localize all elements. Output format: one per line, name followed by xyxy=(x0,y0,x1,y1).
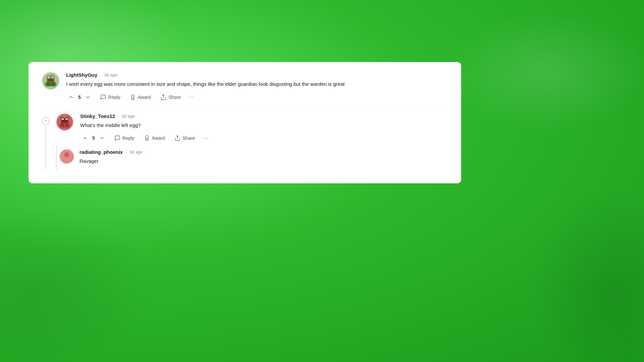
reply-icon-2 xyxy=(114,135,120,141)
reply-icon-1 xyxy=(100,94,106,100)
avatar-lightshyguy xyxy=(42,72,59,89)
comment-2-header: Stinky_Toes12 · 3d ago xyxy=(80,113,448,119)
svg-point-12 xyxy=(131,95,134,98)
comment-1: LightShyGuy · 3d ago I wish every egg wa… xyxy=(42,72,448,102)
svg-point-31 xyxy=(67,153,68,154)
share-button-1[interactable]: Share xyxy=(158,93,183,102)
award-icon-1 xyxy=(130,94,136,100)
comment-2-text: What's the middle left egg? xyxy=(80,122,448,129)
svg-rect-11 xyxy=(51,75,53,77)
comment-2-actions: 5 Reply xyxy=(80,134,448,142)
username-lightshyguy: LightShyGuy xyxy=(66,72,97,78)
comment-1-actions: 5 Reply Awa xyxy=(66,93,448,102)
avatar-stinky xyxy=(56,113,73,131)
comment-2: Stinky_Toes12 · 3d ago What's the middle… xyxy=(56,113,448,143)
comment-2-body: Stinky_Toes12 · 3d ago What's the middle… xyxy=(80,113,448,143)
svg-rect-17 xyxy=(66,118,68,120)
timestamp-2: 3d ago xyxy=(122,114,135,119)
downvote-button-1[interactable] xyxy=(83,93,93,102)
comment-1-body: LightShyGuy · 3d ago I wish every egg wa… xyxy=(66,72,448,102)
svg-rect-6 xyxy=(47,82,50,86)
award-label-1: Award xyxy=(138,95,151,100)
share-icon-2 xyxy=(174,135,180,141)
comment-1-text: I wish every egg was more consistent in … xyxy=(66,80,448,88)
reply-button-1[interactable]: Reply xyxy=(98,93,122,102)
collapse-side-2: − xyxy=(42,113,49,170)
downvote-icon-1 xyxy=(85,94,91,100)
svg-rect-18 xyxy=(62,121,67,122)
timestamp-1: 3d ago xyxy=(104,72,117,77)
svg-point-26 xyxy=(145,136,148,139)
comments-card: LightShyGuy · 3d ago I wish every egg wa… xyxy=(29,62,461,183)
reply-1-text: Ravager xyxy=(79,158,448,165)
svg-point-30 xyxy=(65,154,66,155)
username-stinky: Stinky_Toes12 xyxy=(80,113,115,119)
svg-point-32 xyxy=(63,158,70,163)
award-button-2[interactable]: Award xyxy=(142,134,167,142)
award-icon-2 xyxy=(144,135,150,141)
vote-count-2: 5 xyxy=(92,135,95,141)
svg-rect-25 xyxy=(63,115,66,117)
username-radiating: radiating_phoenix xyxy=(79,149,123,155)
award-label-2: Award xyxy=(152,135,165,141)
svg-rect-7 xyxy=(51,82,54,86)
svg-rect-20 xyxy=(61,123,64,127)
svg-rect-9 xyxy=(54,83,56,86)
reply-1: radiating_phoenix · 3d ago Ravager xyxy=(56,149,448,170)
reply-1-body: radiating_phoenix · 3d ago Ravager xyxy=(79,149,448,170)
timestamp-reply-1: 3d ago xyxy=(129,149,143,155)
upvote-icon-1 xyxy=(68,94,74,100)
reply-button-2[interactable]: Reply xyxy=(112,134,137,142)
avatar-radiating xyxy=(59,149,74,164)
vote-group-1: 5 xyxy=(66,93,93,102)
share-icon-1 xyxy=(160,94,166,100)
award-button-1[interactable]: Award xyxy=(128,93,153,102)
svg-rect-8 xyxy=(45,83,47,86)
collapse-button-2[interactable]: − xyxy=(42,117,49,125)
share-label-2: Share xyxy=(182,135,195,141)
comment-2-section: − xyxy=(42,110,448,170)
reply-label-2: Reply xyxy=(122,135,135,141)
svg-rect-4 xyxy=(48,79,53,81)
svg-rect-23 xyxy=(68,124,70,127)
vertical-line-2 xyxy=(45,125,46,170)
svg-rect-2 xyxy=(48,76,50,78)
downvote-button-2[interactable] xyxy=(97,134,107,142)
more-button-2[interactable]: ··· xyxy=(202,135,208,142)
svg-point-29 xyxy=(64,152,69,157)
more-button-1[interactable]: ··· xyxy=(188,94,194,101)
svg-rect-21 xyxy=(65,123,68,127)
vote-group-2: 5 xyxy=(80,134,107,142)
vote-count-1: 5 xyxy=(78,95,81,100)
reply-1-header: radiating_phoenix · 3d ago xyxy=(79,149,448,155)
upvote-button-2[interactable] xyxy=(80,134,90,142)
downvote-icon-2 xyxy=(99,135,105,141)
upvote-icon-2 xyxy=(82,135,88,141)
comment-1-header: LightShyGuy · 3d ago xyxy=(66,72,448,78)
share-button-2[interactable]: Share xyxy=(172,134,197,142)
upvote-button-1[interactable] xyxy=(66,93,76,102)
share-label-1: Share xyxy=(168,95,181,100)
svg-rect-16 xyxy=(62,118,64,120)
svg-rect-22 xyxy=(59,124,61,127)
reply-label-1: Reply xyxy=(108,95,120,100)
comment-2-wrapper: Stinky_Toes12 · 3d ago What's the middle… xyxy=(56,113,448,170)
